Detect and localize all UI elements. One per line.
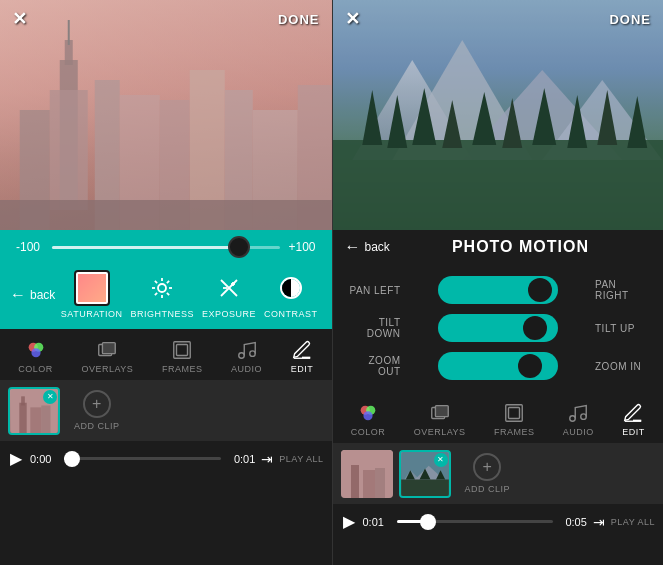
tool-exposure[interactable]: exposure (198, 268, 260, 321)
left-slider-section: -100 +100 (0, 230, 332, 260)
left-progress-track[interactable] (64, 457, 221, 460)
right-clip-item-1[interactable] (341, 450, 393, 498)
nav-color-left[interactable]: COLOR (12, 337, 59, 376)
right-panel: ✕ DONE (332, 0, 664, 565)
svg-point-37 (249, 351, 255, 357)
nav-frames-right[interactable]: FRAMES (488, 400, 541, 439)
nav-audio-left[interactable]: AUDIO (225, 337, 268, 376)
audio-icon (236, 339, 258, 361)
nav-edit-right[interactable]: EDIT (616, 400, 651, 439)
right-clip-delete-2[interactable]: ✕ (434, 453, 448, 467)
right-close-button[interactable]: ✕ (345, 8, 360, 30)
left-bottom-nav: COLOR OVERLAYS FRAMES AUDIO (0, 329, 332, 380)
svg-point-69 (581, 414, 587, 420)
zoom-toggle[interactable] (438, 352, 558, 380)
pan-toggle[interactable] (438, 276, 558, 304)
right-total-time: 0:05 (559, 516, 587, 528)
motion-row-tilt: TILT DOWN TILT UP (349, 314, 648, 342)
nav-edit-left[interactable]: EDIT (285, 337, 320, 376)
right-header: ✕ DONE (333, 0, 664, 38)
left-back-button[interactable]: ← back (10, 286, 53, 304)
right-done-button[interactable]: DONE (609, 12, 651, 27)
nav-overlays-right[interactable]: OVERLAYS (408, 400, 472, 439)
nav-audio-right[interactable]: AUDIO (557, 400, 600, 439)
right-play-all-button[interactable]: PLAY ALL (611, 517, 655, 527)
tilt-left-label: TILT DOWN (349, 317, 401, 339)
saturation-icon-wrapper (74, 270, 110, 306)
right-progress-track[interactable] (397, 520, 553, 523)
right-add-clip-button[interactable]: + ADD CLIP (457, 449, 519, 498)
clip-item-1[interactable]: ✕ (8, 387, 60, 435)
overlays-nav-label-right: OVERLAYS (414, 427, 466, 437)
slider-thumb[interactable] (228, 236, 250, 258)
tool-brightness[interactable]: brightness (126, 268, 198, 321)
overlays-nav-label: OVERLAYS (81, 364, 133, 374)
add-clip-label: ADD CLIP (74, 421, 120, 431)
svg-line-20 (155, 281, 157, 283)
right-add-clip-label: ADD CLIP (465, 484, 511, 494)
left-total-time: 0:01 (227, 453, 255, 465)
contrast-label: contrast (264, 309, 318, 319)
motion-back-button[interactable]: ← back (345, 238, 390, 256)
svg-point-68 (570, 416, 576, 422)
pan-toggle-knob[interactable] (528, 278, 552, 302)
svg-rect-14 (0, 200, 332, 230)
right-clip-item-2[interactable]: ✕ (399, 450, 451, 498)
audio-nav-label-right: AUDIO (563, 427, 594, 437)
motion-back-label: back (365, 240, 390, 254)
svg-rect-74 (375, 468, 385, 498)
brightness-icon (150, 276, 174, 300)
svg-rect-35 (177, 345, 188, 356)
svg-line-23 (167, 281, 169, 283)
audio-nav-label: AUDIO (231, 364, 262, 374)
right-progress-thumb[interactable] (420, 514, 436, 530)
svg-rect-41 (21, 396, 25, 405)
right-forward-button[interactable]: ⇥ (593, 514, 605, 530)
tilt-toggle-knob[interactable] (523, 316, 547, 340)
nav-color-right[interactable]: COLOR (345, 400, 392, 439)
left-close-button[interactable]: ✕ (12, 8, 27, 30)
tilt-right-label: TILT UP (595, 323, 647, 334)
slider-min-label: -100 (16, 240, 44, 254)
edit-nav-label: EDIT (291, 364, 314, 374)
audio-icon-right (567, 402, 589, 424)
right-bottom-nav: COLOR OVERLAYS FRAMES AUDIO (333, 392, 664, 443)
tilt-toggle[interactable] (438, 314, 558, 342)
slider-fill (52, 246, 239, 249)
svg-point-36 (238, 353, 244, 359)
edit-icon (291, 339, 313, 361)
pan-right-label: PAN RIGHT (595, 279, 647, 301)
slider-track[interactable] (52, 246, 280, 249)
add-clip-button[interactable]: + ADD CLIP (66, 386, 128, 435)
frames-nav-label-right: FRAMES (494, 427, 535, 437)
svg-rect-72 (351, 465, 359, 498)
svg-rect-78 (401, 479, 449, 496)
add-clip-icon: + (83, 390, 111, 418)
contrast-icon-wrapper (273, 270, 309, 306)
clip-delete-1[interactable]: ✕ (43, 390, 57, 404)
tools-items: saturation bri (57, 268, 322, 321)
nav-overlays-left[interactable]: OVERLAYS (75, 337, 139, 376)
zoom-toggle-knob[interactable] (518, 354, 542, 378)
svg-rect-42 (30, 407, 41, 433)
tool-contrast[interactable]: contrast (260, 268, 322, 321)
right-timeline: ▶ 0:01 0:05 ⇥ PLAY ALL (333, 504, 664, 539)
right-clips-strip: ✕ + ADD CLIP (333, 443, 664, 504)
nav-frames-left[interactable]: FRAMES (156, 337, 209, 376)
brightness-label: brightness (130, 309, 194, 319)
left-play-all-button[interactable]: PLAY ALL (279, 454, 323, 464)
tool-saturation[interactable]: saturation (57, 268, 127, 321)
left-current-time: 0:00 (30, 453, 58, 465)
left-panel: ✕ DONE (0, 0, 332, 565)
frames-icon-right (503, 402, 525, 424)
left-progress-thumb[interactable] (64, 451, 80, 467)
right-clip-thumbnail-1 (341, 450, 393, 498)
left-done-button[interactable]: DONE (278, 12, 320, 27)
right-play-button[interactable]: ▶ (341, 510, 357, 533)
saturation-label: saturation (61, 309, 123, 319)
svg-rect-40 (19, 402, 26, 432)
back-label: back (30, 288, 55, 302)
left-forward-button[interactable]: ⇥ (261, 451, 273, 467)
back-arrow-icon: ← (10, 286, 26, 304)
left-play-button[interactable]: ▶ (8, 447, 24, 470)
